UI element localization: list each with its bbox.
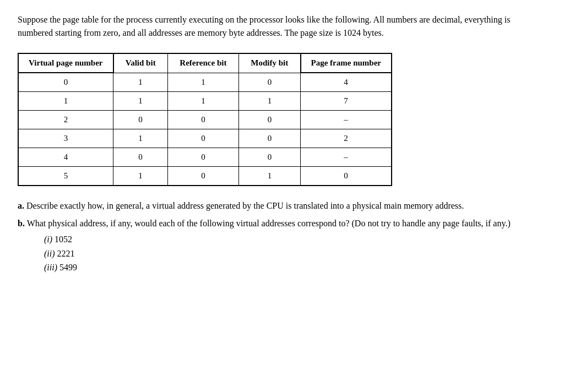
cell-pfn-5: 0 <box>301 167 392 186</box>
cell-pfn-0: 4 <box>301 73 392 92</box>
cell-valid-3: 1 <box>113 129 168 148</box>
sub-item-value-2: 5499 <box>59 263 77 272</box>
table-row: 51010 <box>18 167 392 186</box>
cell-reference-1: 1 <box>167 92 238 111</box>
col-header-modify: Modify bit <box>238 53 300 73</box>
sub-item-value-1: 2221 <box>57 249 75 258</box>
sub-item-0: (i) 1052 <box>44 232 546 247</box>
sub-item-2: (iii) 5499 <box>44 260 546 275</box>
cell-modify-1: 1 <box>238 92 300 111</box>
question-b-text: What physical address, if any, would eac… <box>27 219 511 228</box>
col-header-pfn: Page frame number <box>301 53 392 73</box>
cell-pfn-4: – <box>301 148 392 167</box>
intro-paragraph: Suppose the page table for the process c… <box>18 13 546 40</box>
col-header-valid: Valid bit <box>113 53 168 73</box>
cell-valid-1: 1 <box>113 92 168 111</box>
cell-reference-0: 1 <box>167 73 238 92</box>
cell-valid-0: 1 <box>113 73 168 92</box>
cell-pfn-3: 2 <box>301 129 392 148</box>
cell-modify-4: 0 <box>238 148 300 167</box>
cell-reference-5: 0 <box>167 167 238 186</box>
cell-reference-3: 0 <box>167 129 238 148</box>
cell-modify-5: 1 <box>238 167 300 186</box>
col-header-vpn: Virtual page number <box>18 53 113 73</box>
table-row: 4000– <box>18 148 392 167</box>
cell-vpn-4: 4 <box>18 148 113 167</box>
cell-vpn-1: 1 <box>18 92 113 111</box>
page-table: Virtual page number Valid bit Reference … <box>18 53 392 186</box>
cell-modify-2: 0 <box>238 111 300 129</box>
cell-vpn-0: 0 <box>18 73 113 92</box>
cell-modify-3: 0 <box>238 129 300 148</box>
questions-section: a. Describe exactly how, in general, a v… <box>18 199 546 275</box>
cell-valid-4: 0 <box>113 148 168 167</box>
sub-item-label-0: (i) <box>44 235 55 244</box>
question-b-label: b. <box>18 219 25 228</box>
sub-item-1: (ii) 2221 <box>44 247 546 261</box>
col-header-reference: Reference bit <box>167 53 238 73</box>
cell-pfn-2: – <box>301 111 392 129</box>
cell-modify-0: 0 <box>238 73 300 92</box>
cell-reference-4: 0 <box>167 148 238 167</box>
sub-item-value-0: 1052 <box>55 235 72 244</box>
cell-valid-5: 1 <box>113 167 168 186</box>
question-a: a. Describe exactly how, in general, a v… <box>18 199 546 213</box>
table-row: 31002 <box>18 129 392 148</box>
question-a-label: a. <box>18 201 24 210</box>
question-a-text: Describe exactly how, in general, a virt… <box>26 201 464 210</box>
page-table-wrapper: Virtual page number Valid bit Reference … <box>18 53 546 186</box>
table-row: 11117 <box>18 92 392 111</box>
cell-pfn-1: 7 <box>301 92 392 111</box>
cell-vpn-2: 2 <box>18 111 113 129</box>
sub-items-list: (i) 1052(ii) 2221(iii) 5499 <box>44 232 546 275</box>
cell-reference-2: 0 <box>167 111 238 129</box>
table-row: 01104 <box>18 73 392 92</box>
question-b: b. What physical address, if any, would … <box>18 217 546 275</box>
cell-valid-2: 0 <box>113 111 168 129</box>
sub-item-label-2: (iii) <box>44 263 59 272</box>
cell-vpn-3: 3 <box>18 129 113 148</box>
cell-vpn-5: 5 <box>18 167 113 186</box>
sub-item-label-1: (ii) <box>44 249 57 258</box>
table-row: 2000– <box>18 111 392 129</box>
